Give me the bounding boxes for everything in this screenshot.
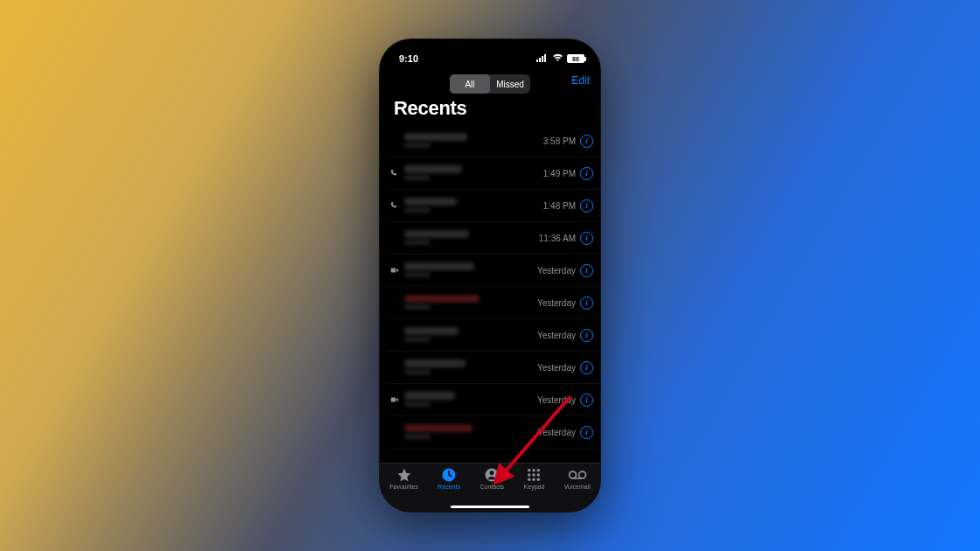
info-button[interactable]: i (580, 167, 593, 180)
call-row[interactable]: Yesterday i (387, 352, 600, 384)
tab-label: Favourites (389, 484, 418, 490)
video-icon (387, 266, 402, 275)
svg-rect-2 (542, 56, 543, 62)
tab-label: Voicemail (564, 484, 591, 490)
call-contact-redacted (402, 327, 537, 344)
info-button[interactable]: i (580, 199, 593, 213)
svg-point-18 (569, 471, 576, 478)
svg-point-13 (533, 473, 536, 476)
phone-icon (387, 201, 402, 210)
call-time: Yesterday (537, 395, 580, 405)
keypad-icon (526, 467, 542, 483)
call-row[interactable]: 1:49 PM i (387, 157, 600, 190)
call-row[interactable]: 11:36 AM i (387, 222, 600, 255)
filter-missed[interactable]: Missed (490, 74, 530, 94)
tab-bar: FavouritesRecentsContactsKeypadVoicemail (380, 463, 600, 512)
svg-rect-4 (391, 269, 396, 273)
tab-label: Recents (438, 484, 460, 490)
call-row[interactable]: Yesterday i (387, 416, 600, 449)
call-contact-redacted (402, 359, 537, 376)
edit-button[interactable]: Edit (571, 74, 590, 87)
svg-point-11 (537, 469, 540, 471)
voicemail-icon (568, 467, 587, 483)
filter-segmented-control[interactable]: All Missed (450, 74, 530, 94)
phone-icon (387, 169, 402, 178)
info-button[interactable]: i (580, 361, 593, 374)
svg-point-15 (528, 478, 530, 481)
status-bar: 9:10 86 (380, 39, 600, 71)
svg-point-16 (533, 478, 536, 481)
tab-contacts[interactable]: Contacts (480, 467, 505, 490)
call-time: Yesterday (537, 363, 580, 373)
svg-rect-3 (544, 54, 546, 62)
contacts-icon (484, 467, 500, 483)
call-row[interactable]: 3:58 PM i (387, 125, 600, 157)
tab-keypad[interactable]: Keypad (524, 467, 545, 490)
call-time: Yesterday (537, 266, 580, 276)
home-indicator (451, 506, 529, 508)
call-contact-redacted (402, 133, 543, 150)
svg-rect-1 (539, 58, 541, 62)
filter-all[interactable]: All (450, 74, 490, 94)
call-contact-redacted (402, 165, 543, 182)
info-button[interactable]: i (580, 296, 593, 310)
info-button[interactable]: i (580, 135, 593, 148)
call-row[interactable]: Yesterday i (387, 255, 600, 287)
call-time: 3:58 PM (543, 136, 580, 146)
info-button[interactable]: i (580, 394, 593, 407)
call-contact-redacted (402, 262, 537, 279)
favourites-icon (396, 467, 412, 483)
info-button[interactable]: i (580, 264, 593, 277)
page-title: Recents (380, 94, 600, 125)
call-contact-redacted (402, 230, 539, 247)
recents-icon (441, 467, 457, 483)
svg-point-17 (537, 478, 540, 481)
call-time: Yesterday (537, 428, 580, 437)
tab-voicemail[interactable]: Voicemail (564, 467, 591, 490)
call-row[interactable]: Yesterday i (387, 287, 600, 319)
battery-icon: 86 (567, 54, 584, 63)
call-time: Yesterday (537, 331, 580, 340)
call-row[interactable]: 1:48 PM i (387, 190, 600, 222)
call-time: 11:36 AM (539, 234, 580, 243)
svg-point-14 (537, 473, 540, 476)
recents-list[interactable]: 3:58 PM i 1:49 PM i 1:48 PM i 11:36 AM i… (380, 125, 600, 449)
call-contact-redacted (402, 392, 537, 408)
status-time: 9:10 (399, 53, 418, 64)
info-button[interactable]: i (580, 426, 593, 439)
svg-point-9 (528, 469, 530, 471)
video-icon (387, 395, 402, 404)
svg-rect-5 (391, 398, 396, 402)
call-row[interactable]: Yesterday i (387, 384, 600, 416)
tab-label: Contacts (480, 484, 505, 490)
svg-point-12 (528, 473, 530, 476)
tab-favourites[interactable]: Favourites (389, 467, 418, 490)
call-row[interactable]: Yesterday i (387, 319, 600, 352)
wifi-icon (552, 53, 564, 64)
svg-point-19 (578, 471, 585, 478)
call-contact-redacted (402, 295, 537, 311)
call-time: 1:48 PM (543, 201, 580, 211)
tab-recents[interactable]: Recents (438, 467, 460, 490)
info-button[interactable]: i (580, 329, 593, 342)
svg-point-10 (533, 469, 536, 471)
svg-point-8 (490, 471, 494, 475)
svg-rect-0 (536, 59, 538, 62)
tab-label: Keypad (524, 484, 545, 490)
call-time: Yesterday (537, 298, 580, 308)
iphone-frame: 9:10 86 All Missed Edit Recents 3:58 PM … (380, 39, 600, 512)
call-time: 1:49 PM (543, 169, 580, 178)
info-button[interactable]: i (580, 232, 593, 245)
call-contact-redacted (402, 424, 537, 441)
call-contact-redacted (402, 198, 543, 214)
signal-icon (536, 53, 549, 64)
